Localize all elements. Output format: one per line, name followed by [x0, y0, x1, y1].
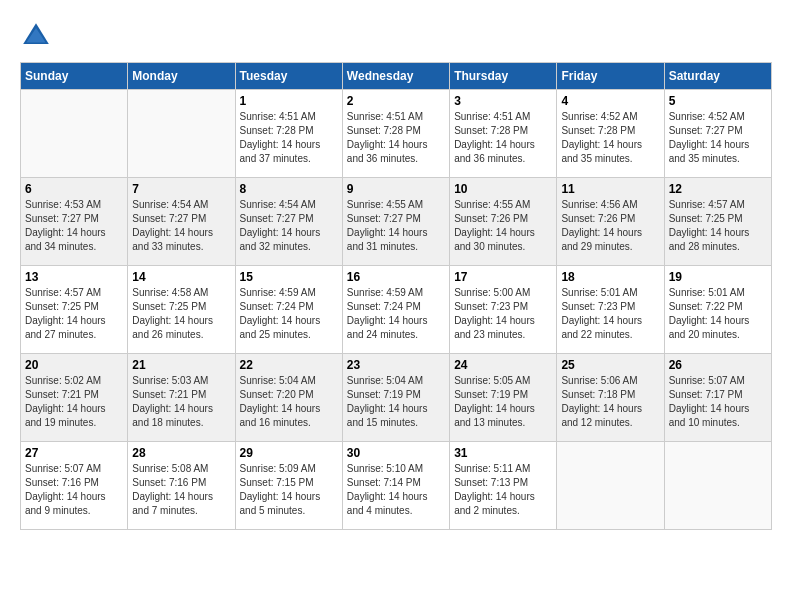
day-detail: Sunrise: 5:03 AM Sunset: 7:21 PM Dayligh…	[132, 374, 230, 430]
calendar-cell: 5Sunrise: 4:52 AM Sunset: 7:27 PM Daylig…	[664, 90, 771, 178]
day-detail: Sunrise: 4:59 AM Sunset: 7:24 PM Dayligh…	[240, 286, 338, 342]
day-number: 5	[669, 94, 767, 108]
weekday-header-sunday: Sunday	[21, 63, 128, 90]
day-number: 30	[347, 446, 445, 460]
day-detail: Sunrise: 5:08 AM Sunset: 7:16 PM Dayligh…	[132, 462, 230, 518]
calendar-cell	[557, 442, 664, 530]
week-row-4: 20Sunrise: 5:02 AM Sunset: 7:21 PM Dayli…	[21, 354, 772, 442]
day-number: 22	[240, 358, 338, 372]
weekday-header-thursday: Thursday	[450, 63, 557, 90]
day-detail: Sunrise: 4:52 AM Sunset: 7:27 PM Dayligh…	[669, 110, 767, 166]
page-header	[20, 20, 772, 52]
day-number: 14	[132, 270, 230, 284]
day-detail: Sunrise: 5:01 AM Sunset: 7:23 PM Dayligh…	[561, 286, 659, 342]
weekday-header-row: SundayMondayTuesdayWednesdayThursdayFrid…	[21, 63, 772, 90]
day-detail: Sunrise: 5:07 AM Sunset: 7:16 PM Dayligh…	[25, 462, 123, 518]
calendar-cell: 20Sunrise: 5:02 AM Sunset: 7:21 PM Dayli…	[21, 354, 128, 442]
day-detail: Sunrise: 5:11 AM Sunset: 7:13 PM Dayligh…	[454, 462, 552, 518]
day-detail: Sunrise: 4:54 AM Sunset: 7:27 PM Dayligh…	[132, 198, 230, 254]
day-number: 2	[347, 94, 445, 108]
day-detail: Sunrise: 5:06 AM Sunset: 7:18 PM Dayligh…	[561, 374, 659, 430]
day-number: 3	[454, 94, 552, 108]
week-row-2: 6Sunrise: 4:53 AM Sunset: 7:27 PM Daylig…	[21, 178, 772, 266]
day-detail: Sunrise: 5:02 AM Sunset: 7:21 PM Dayligh…	[25, 374, 123, 430]
calendar-cell: 24Sunrise: 5:05 AM Sunset: 7:19 PM Dayli…	[450, 354, 557, 442]
day-detail: Sunrise: 4:57 AM Sunset: 7:25 PM Dayligh…	[669, 198, 767, 254]
day-number: 15	[240, 270, 338, 284]
day-detail: Sunrise: 5:09 AM Sunset: 7:15 PM Dayligh…	[240, 462, 338, 518]
day-detail: Sunrise: 4:51 AM Sunset: 7:28 PM Dayligh…	[240, 110, 338, 166]
day-number: 7	[132, 182, 230, 196]
day-number: 26	[669, 358, 767, 372]
calendar-cell: 25Sunrise: 5:06 AM Sunset: 7:18 PM Dayli…	[557, 354, 664, 442]
calendar-cell: 31Sunrise: 5:11 AM Sunset: 7:13 PM Dayli…	[450, 442, 557, 530]
calendar-cell: 2Sunrise: 4:51 AM Sunset: 7:28 PM Daylig…	[342, 90, 449, 178]
calendar-cell: 10Sunrise: 4:55 AM Sunset: 7:26 PM Dayli…	[450, 178, 557, 266]
day-detail: Sunrise: 4:55 AM Sunset: 7:27 PM Dayligh…	[347, 198, 445, 254]
day-detail: Sunrise: 4:53 AM Sunset: 7:27 PM Dayligh…	[25, 198, 123, 254]
day-number: 9	[347, 182, 445, 196]
logo	[20, 20, 56, 52]
day-number: 10	[454, 182, 552, 196]
calendar-cell: 3Sunrise: 4:51 AM Sunset: 7:28 PM Daylig…	[450, 90, 557, 178]
calendar-cell: 8Sunrise: 4:54 AM Sunset: 7:27 PM Daylig…	[235, 178, 342, 266]
weekday-header-wednesday: Wednesday	[342, 63, 449, 90]
weekday-header-tuesday: Tuesday	[235, 63, 342, 90]
day-detail: Sunrise: 4:58 AM Sunset: 7:25 PM Dayligh…	[132, 286, 230, 342]
calendar-cell: 22Sunrise: 5:04 AM Sunset: 7:20 PM Dayli…	[235, 354, 342, 442]
day-number: 29	[240, 446, 338, 460]
calendar-cell: 18Sunrise: 5:01 AM Sunset: 7:23 PM Dayli…	[557, 266, 664, 354]
weekday-header-saturday: Saturday	[664, 63, 771, 90]
calendar-cell: 14Sunrise: 4:58 AM Sunset: 7:25 PM Dayli…	[128, 266, 235, 354]
day-number: 28	[132, 446, 230, 460]
calendar-cell: 15Sunrise: 4:59 AM Sunset: 7:24 PM Dayli…	[235, 266, 342, 354]
day-number: 27	[25, 446, 123, 460]
day-detail: Sunrise: 5:04 AM Sunset: 7:19 PM Dayligh…	[347, 374, 445, 430]
week-row-1: 1Sunrise: 4:51 AM Sunset: 7:28 PM Daylig…	[21, 90, 772, 178]
day-detail: Sunrise: 5:07 AM Sunset: 7:17 PM Dayligh…	[669, 374, 767, 430]
day-detail: Sunrise: 5:00 AM Sunset: 7:23 PM Dayligh…	[454, 286, 552, 342]
weekday-header-monday: Monday	[128, 63, 235, 90]
day-number: 21	[132, 358, 230, 372]
day-detail: Sunrise: 4:51 AM Sunset: 7:28 PM Dayligh…	[454, 110, 552, 166]
weekday-header-friday: Friday	[557, 63, 664, 90]
calendar-cell: 19Sunrise: 5:01 AM Sunset: 7:22 PM Dayli…	[664, 266, 771, 354]
week-row-5: 27Sunrise: 5:07 AM Sunset: 7:16 PM Dayli…	[21, 442, 772, 530]
day-detail: Sunrise: 4:55 AM Sunset: 7:26 PM Dayligh…	[454, 198, 552, 254]
day-number: 12	[669, 182, 767, 196]
day-number: 11	[561, 182, 659, 196]
week-row-3: 13Sunrise: 4:57 AM Sunset: 7:25 PM Dayli…	[21, 266, 772, 354]
day-detail: Sunrise: 4:57 AM Sunset: 7:25 PM Dayligh…	[25, 286, 123, 342]
calendar-cell: 9Sunrise: 4:55 AM Sunset: 7:27 PM Daylig…	[342, 178, 449, 266]
day-number: 23	[347, 358, 445, 372]
calendar-cell: 28Sunrise: 5:08 AM Sunset: 7:16 PM Dayli…	[128, 442, 235, 530]
calendar-cell: 1Sunrise: 4:51 AM Sunset: 7:28 PM Daylig…	[235, 90, 342, 178]
day-number: 20	[25, 358, 123, 372]
day-detail: Sunrise: 5:01 AM Sunset: 7:22 PM Dayligh…	[669, 286, 767, 342]
day-detail: Sunrise: 4:54 AM Sunset: 7:27 PM Dayligh…	[240, 198, 338, 254]
calendar-cell: 4Sunrise: 4:52 AM Sunset: 7:28 PM Daylig…	[557, 90, 664, 178]
day-detail: Sunrise: 4:52 AM Sunset: 7:28 PM Dayligh…	[561, 110, 659, 166]
day-detail: Sunrise: 4:51 AM Sunset: 7:28 PM Dayligh…	[347, 110, 445, 166]
calendar-cell: 12Sunrise: 4:57 AM Sunset: 7:25 PM Dayli…	[664, 178, 771, 266]
calendar-cell: 7Sunrise: 4:54 AM Sunset: 7:27 PM Daylig…	[128, 178, 235, 266]
day-number: 19	[669, 270, 767, 284]
calendar-cell: 21Sunrise: 5:03 AM Sunset: 7:21 PM Dayli…	[128, 354, 235, 442]
calendar-cell: 30Sunrise: 5:10 AM Sunset: 7:14 PM Dayli…	[342, 442, 449, 530]
day-detail: Sunrise: 5:05 AM Sunset: 7:19 PM Dayligh…	[454, 374, 552, 430]
day-number: 18	[561, 270, 659, 284]
day-number: 4	[561, 94, 659, 108]
day-number: 31	[454, 446, 552, 460]
calendar-cell: 26Sunrise: 5:07 AM Sunset: 7:17 PM Dayli…	[664, 354, 771, 442]
day-detail: Sunrise: 5:10 AM Sunset: 7:14 PM Dayligh…	[347, 462, 445, 518]
calendar-cell: 13Sunrise: 4:57 AM Sunset: 7:25 PM Dayli…	[21, 266, 128, 354]
calendar-cell	[128, 90, 235, 178]
calendar-cell	[21, 90, 128, 178]
day-detail: Sunrise: 5:04 AM Sunset: 7:20 PM Dayligh…	[240, 374, 338, 430]
calendar-cell: 6Sunrise: 4:53 AM Sunset: 7:27 PM Daylig…	[21, 178, 128, 266]
day-number: 8	[240, 182, 338, 196]
day-number: 25	[561, 358, 659, 372]
day-number: 6	[25, 182, 123, 196]
day-number: 17	[454, 270, 552, 284]
day-number: 24	[454, 358, 552, 372]
